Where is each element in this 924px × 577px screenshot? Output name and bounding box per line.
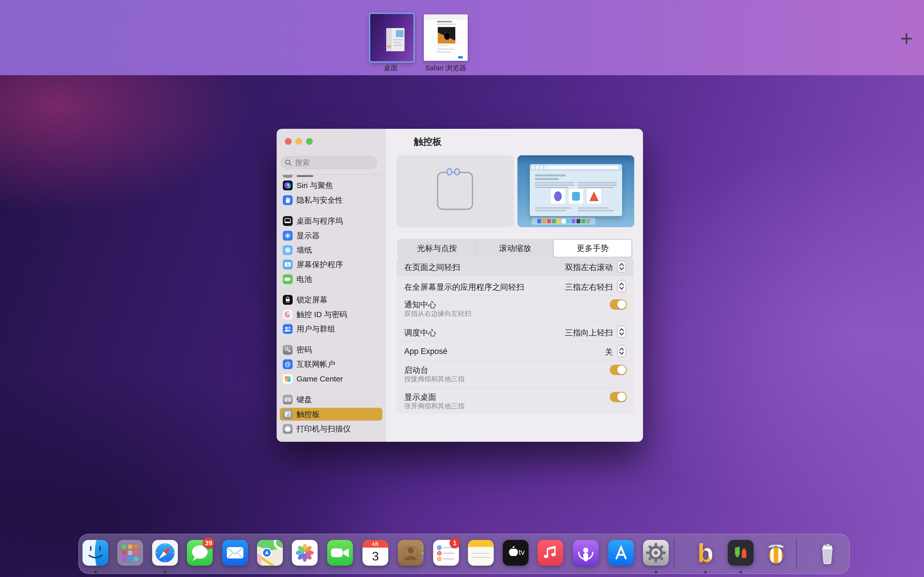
dropdown-value[interactable]: 三指左右轻扫: [565, 282, 613, 293]
tab-scroll-zoom[interactable]: 滚动缩放: [477, 240, 554, 257]
dock-app-updown[interactable]: [728, 540, 754, 566]
space-label-desktop[interactable]: 桌面: [364, 63, 417, 73]
desktop-dock-icon: [283, 216, 292, 226]
close-button[interactable]: [285, 138, 292, 145]
sidebar-item-wallpaper[interactable]: 墙纸: [280, 244, 382, 256]
tab-more-gestures[interactable]: 更多手势: [554, 240, 632, 257]
sidebar-item-label: 显示器: [297, 230, 320, 241]
svg-text:b: b: [697, 540, 713, 566]
sidebar-item-screensaver[interactable]: 屏幕保护程序: [280, 258, 382, 271]
calendar-icon: 4月 3: [362, 540, 388, 566]
tab-point-click[interactable]: 光标与点按: [398, 240, 476, 257]
sidebar-item-touch-id[interactable]: 触控 ID 与密码: [280, 308, 382, 321]
dock-little-snitch[interactable]: [763, 540, 789, 566]
users-groups-icon: [283, 324, 292, 334]
dock-reminders[interactable]: 1: [433, 540, 459, 566]
dock-finder[interactable]: [82, 540, 108, 566]
dropdown-value[interactable]: 双指左右滚动: [565, 262, 613, 273]
dock-contacts[interactable]: [398, 540, 423, 566]
launchpad-icon: [117, 540, 143, 566]
minimize-button[interactable]: [296, 138, 302, 145]
maps-icon: [257, 540, 283, 566]
running-indicator-app-updown: [740, 571, 742, 574]
sidebar-item-lock-screen[interactable]: 锁定屏幕: [280, 293, 382, 306]
gesture-tabs: 光标与点按 滚动缩放 更多手势: [397, 239, 632, 258]
system-settings-window: Siri 与聚焦 隐私与安全性 桌面与程序坞: [277, 129, 643, 442]
dropdown-value[interactable]: 关: [605, 347, 613, 358]
dock-mail[interactable]: [222, 540, 248, 566]
safari-thumbnail-photo: [438, 27, 455, 44]
dropdown-stepper-icon[interactable]: [617, 345, 626, 357]
svg-text:@: @: [285, 361, 291, 367]
sidebar-item-users-groups[interactable]: 用户与群组: [280, 322, 382, 335]
dropdown-stepper-icon[interactable]: [617, 326, 626, 338]
notification-center-toggle[interactable]: [610, 299, 627, 309]
show-desktop-toggle[interactable]: [610, 392, 627, 402]
sidebar-item-battery[interactable]: 电池: [280, 273, 382, 286]
add-space-button[interactable]: +: [894, 27, 919, 52]
dropdown-stepper-icon[interactable]: [617, 260, 626, 273]
sidebar-item-keyboard[interactable]: 键盘: [280, 393, 382, 406]
sidebar: Siri 与聚焦 隐私与安全性 桌面与程序坞: [277, 129, 385, 442]
sidebar-item-label: 密码: [297, 345, 312, 355]
sidebar-item-label: 锁定屏幕: [297, 295, 328, 305]
sidebar-item-label: Game Center: [297, 374, 343, 383]
dock-podcasts[interactable]: [573, 540, 599, 566]
keyboard-icon: [283, 395, 292, 405]
wallpaper-icon: [283, 245, 292, 255]
dock-launchpad[interactable]: [117, 540, 143, 566]
dock-app-b[interactable]: b: [693, 540, 718, 566]
sidebar-item-label: 用户与群组: [297, 324, 335, 334]
sidebar-item-siri-spotlight[interactable]: Siri 与聚焦: [280, 179, 382, 192]
dock-photos[interactable]: [292, 540, 318, 566]
zoom-button[interactable]: [306, 138, 313, 145]
sidebar-item-game-center[interactable]: Game Center: [280, 372, 382, 385]
displays-icon: [283, 231, 292, 240]
siri-icon: [283, 181, 292, 190]
running-indicator-finder: [94, 571, 97, 574]
dock-separator: [796, 538, 797, 569]
dock-calendar[interactable]: 4月 3: [362, 540, 388, 566]
dock-separator: [674, 538, 674, 569]
facetime-icon: [327, 540, 353, 566]
dock-messages[interactable]: 39: [187, 540, 213, 566]
sidebar-item-desktop-dock[interactable]: 桌面与程序坞: [280, 214, 382, 227]
touch-id-icon: [283, 309, 292, 319]
space-label-safari[interactable]: Safari 浏览器: [414, 63, 478, 73]
sidebar-item-displays[interactable]: 显示器: [280, 229, 382, 242]
shape-card-triangle: [587, 189, 601, 204]
finger-dot: [454, 168, 460, 176]
sidebar-item-label: 屏幕保护程序: [297, 259, 343, 270]
sidebar-item-internet-accounts[interactable]: @ 互联网帐户: [280, 358, 382, 371]
sidebar-item-passwords[interactable]: 密码: [280, 343, 382, 356]
dock-apple-tv[interactable]: tv: [503, 540, 528, 566]
setting-row-notification-center: 通知中心 双指从右边缘向左轻扫: [396, 296, 633, 321]
preview-mini-dock: [531, 218, 596, 225]
launchpad-toggle[interactable]: [610, 365, 627, 375]
search-input[interactable]: [294, 158, 373, 167]
messages-badge: 39: [203, 537, 214, 549]
running-indicator-safari: [164, 571, 166, 574]
dropdown-value[interactable]: 三指向上轻扫: [565, 327, 613, 338]
content-pane: 触控板: [385, 129, 643, 442]
dock-app-store[interactable]: [608, 540, 634, 566]
space-thumbnail-safari[interactable]: [424, 15, 468, 61]
dropdown-stepper-icon[interactable]: [617, 280, 626, 292]
dock-trash[interactable]: [814, 540, 840, 566]
dock-system-settings[interactable]: [643, 540, 669, 566]
sidebar-item-privacy-security[interactable]: 隐私与安全性: [280, 194, 382, 206]
trackpad-illustration-panel: [396, 155, 514, 227]
dock-maps[interactable]: [257, 540, 283, 566]
dock-music[interactable]: [538, 540, 563, 566]
mail-icon: [222, 540, 248, 566]
search-field[interactable]: [281, 156, 377, 169]
space-thumbnail-desktop[interactable]: [369, 13, 415, 63]
sidebar-item-label: 打印机与扫描仪: [297, 424, 351, 434]
dock-notes[interactable]: [468, 540, 494, 566]
sidebar-item-trackpad[interactable]: 触控板: [280, 408, 382, 421]
sidebar-item-label: 隐私与安全性: [297, 195, 343, 206]
dock-facetime[interactable]: [327, 540, 353, 566]
reminders-badge: 1: [450, 538, 460, 548]
dock-safari[interactable]: [152, 540, 178, 566]
sidebar-item-printers-scanners[interactable]: 打印机与扫描仪: [280, 422, 382, 435]
